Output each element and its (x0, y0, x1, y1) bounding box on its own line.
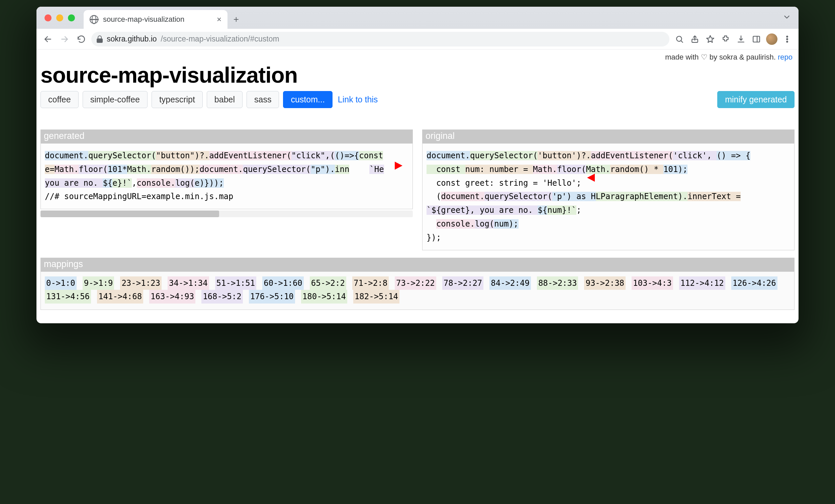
search-icon[interactable] (673, 33, 686, 46)
code-panels: generated document.querySelector("button… (40, 129, 795, 250)
code-seg: log( (475, 219, 494, 228)
generated-panel-title: generated (40, 129, 413, 143)
back-button[interactable] (41, 33, 55, 46)
heart-icon: ♡ (701, 53, 708, 61)
code-seg: const (427, 165, 465, 174)
code-seg: document. (441, 192, 484, 201)
minimize-window-icon[interactable] (56, 14, 63, 21)
credit-line: made with ♡ by sokra & paulirish. repo (40, 52, 795, 62)
generated-code[interactable]: document.querySelector("button")?.addEve… (40, 143, 413, 209)
code-seg: ( (427, 192, 441, 201)
panel-icon[interactable] (750, 33, 763, 46)
code-seg (427, 219, 436, 228)
code-seg: 101* (108, 165, 127, 174)
tab-title: source-map-visualization (103, 15, 184, 24)
close-window-icon[interactable] (44, 14, 52, 21)
code-seg: e}!` (113, 178, 132, 188)
mappings-list: 0->1:09->1:923->1:2334->1:3451->1:5160->… (40, 271, 795, 310)
code-seg: , (132, 178, 137, 188)
code-seg: ${ (103, 178, 113, 188)
page-content: made with ♡ by sokra & paulirish. repo s… (37, 49, 798, 323)
mapping-item[interactable]: 84->2:49 (489, 277, 531, 290)
mapping-item[interactable]: 88->2:33 (537, 277, 578, 290)
mapping-item[interactable]: 71->2:8 (352, 277, 389, 290)
mapping-item[interactable]: 34->1:34 (168, 277, 209, 290)
mapping-item[interactable]: 9->1:9 (83, 277, 115, 290)
mapping-item[interactable]: 163->4:93 (149, 290, 196, 304)
mapping-item[interactable]: 51->1:51 (215, 277, 257, 290)
kebab-menu-icon[interactable] (780, 33, 794, 46)
preset-typescript-button[interactable]: typescript (151, 91, 203, 108)
code-seg: e= (45, 165, 55, 174)
mapping-item[interactable]: 180->5:14 (301, 290, 347, 304)
scrollbar-thumb[interactable] (40, 210, 219, 217)
zoom-window-icon[interactable] (68, 14, 75, 21)
code-seg: Math. (127, 165, 151, 174)
mapping-item[interactable]: 78->2:27 (442, 277, 484, 290)
code-seg: LParagraphElement). (596, 192, 688, 201)
address-bar[interactable]: sokra.github.io/source-map-visualization… (91, 32, 669, 46)
code-seg: 101); (664, 165, 688, 174)
original-code[interactable]: document.querySelector('button')?.addEve… (422, 143, 795, 250)
preset-coffee-button[interactable]: coffee (40, 91, 79, 108)
profile-avatar[interactable] (765, 33, 778, 46)
code-seg: document. (427, 151, 470, 160)
close-tab-icon[interactable]: × (217, 15, 222, 23)
forward-button[interactable] (58, 33, 71, 46)
code-seg: floor( (79, 165, 108, 174)
share-icon[interactable] (688, 33, 701, 46)
toolbar-right (673, 33, 794, 46)
preset-babel-button[interactable]: babel (207, 91, 243, 108)
bookmark-star-icon[interactable] (704, 33, 717, 46)
code-seg: 'p') as H (552, 192, 596, 201)
generated-panel: generated document.querySelector("button… (40, 129, 413, 250)
svg-point-9 (787, 36, 788, 37)
mapping-item[interactable]: 23->1:23 (120, 277, 162, 290)
mapping-item[interactable]: 65->2:2 (310, 277, 346, 290)
mapping-item[interactable]: 60->1:60 (262, 277, 304, 290)
code-seg: document. (199, 165, 243, 174)
code-seg: num}!` (547, 205, 576, 215)
credit-prefix: made with (665, 53, 700, 61)
lock-icon (97, 36, 103, 43)
mapping-item[interactable]: 103->4:3 (632, 277, 673, 290)
preset-custom-button[interactable]: custom... (283, 91, 332, 108)
mapping-item[interactable]: 182->5:14 (353, 290, 400, 304)
mapping-item[interactable]: 131->4:56 (45, 290, 91, 304)
code-seg: `${greet}, you are no. (427, 205, 537, 215)
code-seg: 'button')?. (537, 151, 591, 160)
mapping-item[interactable]: 73->2:22 (395, 277, 436, 290)
tabs-dropdown-icon[interactable] (782, 13, 791, 23)
preset-sass-button[interactable]: sass (247, 91, 279, 108)
mapping-item[interactable]: 176->5:10 (249, 290, 295, 304)
mapping-item[interactable]: 141->4:68 (97, 290, 143, 304)
code-seg: //# sourceMappingURL=example.min.js.map (45, 192, 233, 201)
browser-tab[interactable]: source-map-visualization × (84, 10, 227, 29)
downloads-icon[interactable] (734, 33, 748, 46)
code-seg: random()); (151, 165, 200, 174)
mapping-item[interactable]: 126->4:26 (731, 277, 777, 290)
svg-marker-5 (707, 36, 714, 42)
preset-simple-coffee-button[interactable]: simple-coffee (83, 91, 147, 108)
code-seg: Math. (586, 165, 610, 174)
mapping-item[interactable]: 0->1:0 (45, 277, 77, 290)
extensions-icon[interactable] (719, 33, 732, 46)
mapping-item[interactable]: 112->4:12 (679, 277, 725, 290)
mapping-item[interactable]: 168->5:2 (201, 290, 243, 304)
mappings-panel-title: mappings (40, 258, 795, 271)
preset-row: coffee simple-coffee typescript babel sa… (40, 91, 795, 108)
svg-line-3 (681, 40, 683, 42)
link-to-this[interactable]: Link to this (338, 95, 378, 104)
horizontal-scrollbar[interactable] (40, 210, 413, 217)
url-host: sokra.github.io (107, 35, 157, 43)
minify-generated-button[interactable]: minify generated (717, 91, 795, 108)
reload-button[interactable] (75, 33, 88, 46)
mapping-item[interactable]: 93->2:38 (584, 277, 626, 290)
svg-point-11 (787, 41, 788, 42)
code-seg: console. (137, 178, 176, 188)
repo-link[interactable]: repo (778, 53, 793, 61)
code-seg: "p"). (311, 165, 335, 174)
code-seg: num); (494, 219, 518, 228)
credit-authors: by sokra & paulirish. (708, 53, 778, 61)
new-tab-button[interactable]: + (230, 13, 242, 25)
